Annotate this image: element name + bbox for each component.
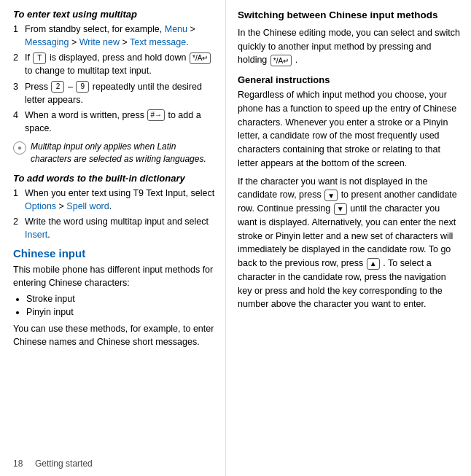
step-3-text: Press 2 – 9 repeatedly until the desired… (25, 80, 215, 106)
multitap-steps: 1 From standby select, for example, Menu… (13, 23, 215, 135)
step-num: 4 (13, 109, 25, 135)
switching-heading: Switching between Chinese input methods (238, 9, 461, 23)
key-9: 9 (76, 81, 89, 93)
switching-section: Switching between Chinese input methods … (238, 9, 461, 67)
step-num: 2 (13, 51, 25, 77)
chinese-intro: This mobile phone has different input me… (13, 263, 215, 289)
step-num: 1 (13, 23, 25, 49)
switching-period: . (295, 55, 297, 65)
key-2: 2 (51, 81, 64, 93)
chinese-body2: You can use these methods, for example, … (13, 322, 215, 348)
getting-started-label: Getting started (35, 459, 93, 469)
write-new-link[interactable]: Write new (79, 37, 120, 47)
aw-step-1: 1 When you enter text using T9 Text Inpu… (13, 187, 215, 213)
bullet-pinyin: Pinyin input (26, 305, 215, 319)
step-num: 1 (13, 187, 25, 213)
general-instructions-heading: General instructions (238, 74, 461, 85)
t-icon: T (33, 52, 46, 64)
general-instructions-section: General instructions Regardless of which… (238, 74, 461, 311)
menu-link[interactable]: Menu (165, 24, 187, 34)
add-words-section: To add words to the built-in dictionary … (13, 173, 215, 242)
insert-link[interactable]: Insert (25, 230, 47, 240)
options-link[interactable]: Options (25, 201, 56, 211)
spell-word-link[interactable]: Spell word (66, 201, 109, 211)
multitap-section: To enter text using multitap 1 From stan… (13, 9, 215, 165)
hint-box: ● Multitap input only applies when Latin… (13, 141, 215, 165)
right-column: Switching between Chinese input methods … (226, 0, 471, 476)
page-number: 18 (13, 459, 23, 469)
messaging-link[interactable]: Messaging (25, 37, 69, 47)
text-message-link[interactable]: Text message (130, 37, 186, 47)
chinese-input-title: Chinese input (13, 247, 215, 260)
hint-text: Multitap input only applies when Latin c… (31, 141, 215, 165)
step-num: 3 (13, 80, 25, 106)
step-4: 4 When a word is written, press #→ to ad… (13, 109, 215, 135)
aw-step-2-text: Write the word using multitap input and … (25, 215, 215, 241)
chinese-bullets: Stroke input Pinyin input (26, 292, 215, 319)
hash-key: #→ (147, 109, 165, 121)
star-key: */A↵ (190, 52, 211, 64)
step-4-text: When a word is written, press #→ to add … (25, 109, 215, 135)
chinese-input-section: Chinese input This mobile phone has diff… (13, 247, 215, 348)
switching-body: In the Chinese editing mode, you can sel… (238, 26, 461, 67)
up-key: ▲ (367, 258, 380, 270)
page-footer: 18 Getting started (13, 459, 93, 469)
add-words-title: To add words to the built-in dictionary (13, 173, 215, 184)
step-2: 2 If T is displayed, press and hold down… (13, 51, 215, 77)
multitap-title: To enter text using multitap (13, 9, 215, 20)
step-1-text: From standby select, for example, Menu >… (25, 23, 215, 49)
general-body-2: If the character you want is not display… (238, 175, 461, 312)
aw-step-1-text: When you enter text using T9 Text Input,… (25, 187, 215, 213)
hold-key: */A↵ (270, 55, 292, 66)
aw-step-2: 2 Write the word using multitap input an… (13, 215, 215, 241)
down-key-2: ▼ (334, 203, 347, 215)
step-1: 1 From standby select, for example, Menu… (13, 23, 215, 49)
general-body-1: Regardless of which input method you cho… (238, 88, 461, 171)
step-3: 3 Press 2 – 9 repeatedly until the desir… (13, 80, 215, 106)
bullet-stroke: Stroke input (26, 292, 215, 305)
left-column: To enter text using multitap 1 From stan… (0, 0, 226, 476)
down-key-1: ▼ (324, 190, 338, 201)
hint-icon: ● (13, 141, 26, 155)
step-num: 2 (13, 215, 25, 241)
step-2-text: If T is displayed, press and hold down *… (25, 51, 215, 77)
add-words-steps: 1 When you enter text using T9 Text Inpu… (13, 187, 215, 242)
